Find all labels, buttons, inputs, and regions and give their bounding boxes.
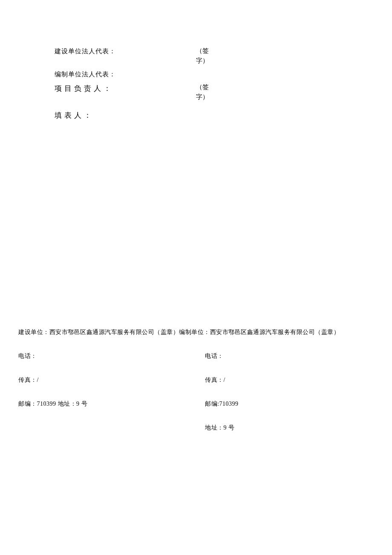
compile-legal-rep-label: 编制单位法人代表： bbox=[55, 69, 116, 79]
right-phone: 电话： bbox=[205, 352, 376, 360]
form-filler-row: 填表人： bbox=[55, 110, 225, 121]
contact-section: 建设单位：西安市鄠邑区鑫通源汽车服务有限公司（盖章）编制单位：西安市鄠邑区鑫通源… bbox=[18, 328, 376, 448]
units-line: 建设单位：西安市鄠邑区鑫通源汽车服务有限公司（盖章）编制单位：西安市鄠邑区鑫通源… bbox=[18, 328, 376, 336]
contact-columns: 电话： 传真：/ 邮编：710399 地址：9 号 电话： 传真：/ 邮编:71… bbox=[18, 352, 376, 448]
left-phone: 电话： bbox=[18, 352, 205, 360]
form-filler-label: 填表人： bbox=[55, 110, 94, 121]
construction-legal-rep-label: 建设单位法人代表： bbox=[55, 46, 116, 56]
left-column: 电话： 传真：/ 邮编：710399 地址：9 号 bbox=[18, 352, 205, 448]
left-fax: 传真：/ bbox=[18, 376, 205, 384]
right-postal: 邮编:710399 bbox=[205, 400, 376, 408]
project-lead-label: 项目负责人： bbox=[55, 83, 113, 94]
signature-mark-2: （签字） bbox=[192, 82, 213, 102]
right-fax: 传真：/ bbox=[205, 376, 376, 384]
right-address: 地址：9 号 bbox=[205, 424, 376, 432]
right-column: 电话： 传真：/ 邮编:710399 地址：9 号 bbox=[205, 352, 376, 448]
signature-mark-1: （签字） bbox=[192, 46, 213, 65]
left-postal-address: 邮编：710399 地址：9 号 bbox=[18, 400, 205, 408]
compile-legal-rep-row: 编制单位法人代表： bbox=[55, 69, 225, 79]
